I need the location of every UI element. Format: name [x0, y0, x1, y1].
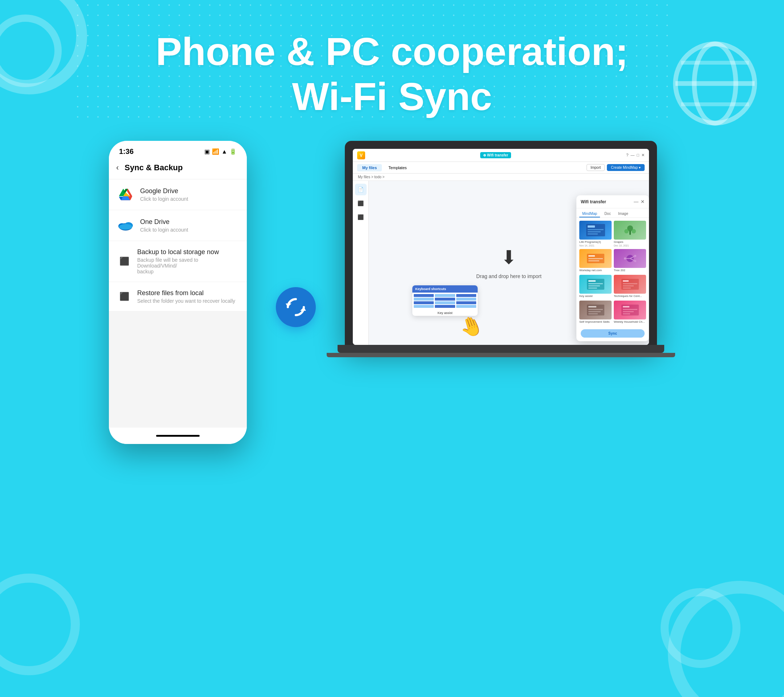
phone-body-empty — [109, 311, 247, 428]
wifi-panel-tabs: MindMap Doc Image — [576, 208, 649, 218]
laptop-stand — [327, 353, 675, 357]
sidebar-icon-2[interactable]: ⬛ — [355, 198, 367, 209]
wifi-item-1[interactable]: Life Programs(2) Nov 14, 2021 — [579, 221, 612, 247]
app-content-area: ⬇ Drag and drop here to import Keyboard … — [369, 181, 649, 345]
backup-local-item[interactable]: ⬛ Backup to local storage now Backup fil… — [109, 241, 247, 282]
wifi-transfer-panel[interactable]: Wifi transfer — ✕ MindMap Doc Imag — [576, 195, 649, 341]
one-drive-subtitle: Click to login account — [140, 227, 188, 233]
wifi-item-8[interactable]: Weekly Household Ch... — [614, 301, 646, 324]
svg-rect-13 — [588, 229, 604, 230]
close-button[interactable]: ✕ — [641, 153, 645, 158]
svg-rect-23 — [588, 260, 599, 261]
wifi-item-label-3: Workday net.com — [579, 269, 612, 272]
laptop-base — [338, 345, 664, 353]
wifi-item-label-1: Life Programs(2) — [579, 240, 612, 244]
cell — [435, 301, 455, 304]
wifi-panel-minimize[interactable]: — — [634, 199, 639, 204]
wifi-item-3[interactable]: Workday net.com — [579, 249, 612, 273]
wifi-item-label-4: Tree 202 — [614, 269, 646, 272]
svg-point-29 — [634, 255, 636, 257]
sidebar-files-icon[interactable]: 📄 — [355, 184, 367, 195]
tab-templates[interactable]: Templates — [383, 164, 412, 171]
wifi-item-5[interactable]: Key assist — [579, 275, 612, 298]
app-tabs-bar: My files Templates Import Create MindMap… — [353, 162, 649, 173]
wifi-item-2[interactable]: Grapes Dec 10, 2021 — [614, 221, 646, 247]
svg-rect-42 — [588, 306, 596, 308]
wifi-tab-image[interactable]: Image — [615, 211, 631, 218]
svg-rect-38 — [623, 283, 637, 284]
file-row-3 — [414, 301, 476, 304]
drag-drop-text: Drag and drop here to import — [476, 274, 542, 279]
cell — [414, 298, 434, 301]
cell — [456, 294, 476, 297]
phone-status-icons: ▣ 📶 ▲ 🔋 — [204, 148, 237, 155]
wifi-item-label-5: Key assist — [579, 294, 612, 298]
wifi-thumb-6 — [614, 275, 646, 294]
wifi-item-label-6: Techniques for Cent... — [614, 294, 646, 298]
wifi-item-label-2: Grapes — [614, 240, 646, 244]
cell — [456, 301, 476, 304]
svg-rect-43 — [588, 309, 603, 310]
wifi-thumb-2 — [614, 221, 646, 240]
wifi-tab-mindmap[interactable]: MindMap — [579, 211, 600, 218]
tab-my-files[interactable]: My files — [357, 164, 382, 171]
wifi-panel-close[interactable]: ✕ — [641, 199, 645, 204]
wifi-item-6[interactable]: Techniques for Cent... — [614, 275, 646, 298]
sync-icon-circle — [276, 287, 316, 327]
laptop-section: V ⊕ Wifi transfer ? — □ ✕ My fil — [345, 141, 675, 357]
file-row-1 — [414, 294, 476, 297]
one-drive-name: One Drive — [140, 218, 188, 226]
laptop-notch — [488, 141, 532, 147]
google-drive-item[interactable]: Google Drive Click to login account — [109, 179, 247, 210]
svg-rect-33 — [588, 283, 603, 284]
backup-text: Backup to local storage now Backup file … — [137, 248, 238, 274]
svg-point-28 — [624, 257, 626, 260]
wifi-tab-doc[interactable]: Doc — [601, 211, 614, 218]
minimize-button[interactable]: — — [631, 153, 634, 158]
maximize-button[interactable]: □ — [637, 153, 639, 158]
cell — [414, 294, 434, 297]
svg-rect-19 — [629, 231, 631, 235]
file-row-2 — [414, 298, 476, 301]
cell — [414, 301, 434, 304]
one-drive-item[interactable]: One Drive Click to login account — [109, 210, 247, 241]
phone-back-button[interactable]: ‹ — [116, 163, 119, 173]
help-button[interactable]: ? — [626, 153, 628, 158]
bg-arc-bottom-left — [0, 573, 80, 675]
title-line2: Wi-Fi Sync — [0, 74, 784, 119]
phone-navbar: ‹ Sync & Backup — [109, 159, 247, 179]
app-window: V ⊕ Wifi transfer ? — □ ✕ My fil — [353, 149, 649, 345]
svg-rect-45 — [588, 313, 598, 315]
wifi-thumb-7 — [579, 301, 612, 320]
phone-screen-title: Sync & Backup — [125, 163, 183, 173]
svg-rect-32 — [588, 280, 596, 282]
google-drive-name: Google Drive — [140, 187, 188, 195]
window-controls: ? — □ ✕ — [626, 153, 645, 158]
sync-button[interactable]: Sync — [581, 329, 645, 338]
restore-local-item[interactable]: ⬛ Restore files from local Select the fo… — [109, 282, 247, 311]
file-preview-card: Keyboard shortcuts — [412, 285, 478, 316]
file-card-rows — [412, 293, 478, 310]
restore-text: Restore files from local Select the fold… — [137, 289, 235, 304]
wifi-transfer-button[interactable]: ⊕ Wifi transfer — [480, 152, 511, 158]
wifi-item-7[interactable]: Self Improvement Skills — [579, 301, 612, 324]
drag-drop-area: ⬇ Drag and drop here to import — [476, 247, 542, 279]
main-content: 1:36 ▣ 📶 ▲ 🔋 ‹ Sync & Backup — [0, 119, 784, 444]
wifi-item-label-8: Weekly Household Ch... — [614, 320, 646, 323]
cell — [456, 298, 476, 301]
wifi-panel-header: Wifi transfer — ✕ — [576, 195, 649, 208]
wifi-thumb-5 — [579, 275, 612, 294]
wifi-grid: Life Programs(2) Nov 14, 2021 — [576, 218, 649, 327]
google-drive-icon — [118, 186, 133, 203]
import-button[interactable]: Import — [586, 164, 605, 171]
sidebar-icon-3[interactable]: ⬛ — [355, 211, 367, 223]
one-drive-icon — [118, 218, 133, 234]
svg-rect-21 — [588, 255, 595, 257]
google-drive-text: Google Drive Click to login account — [140, 187, 188, 202]
app-main-area: 📄 ⬛ ⬛ ⬇ Drag and drop here to import — [353, 181, 649, 345]
create-mindmap-button[interactable]: Create MindMap ▾ — [607, 164, 645, 171]
phone-menu-list: Google Drive Click to login account — [109, 179, 247, 311]
wifi-item-4[interactable]: Tree 202 — [614, 249, 646, 273]
cell — [456, 305, 476, 308]
tab-group: My files Templates — [357, 164, 412, 171]
